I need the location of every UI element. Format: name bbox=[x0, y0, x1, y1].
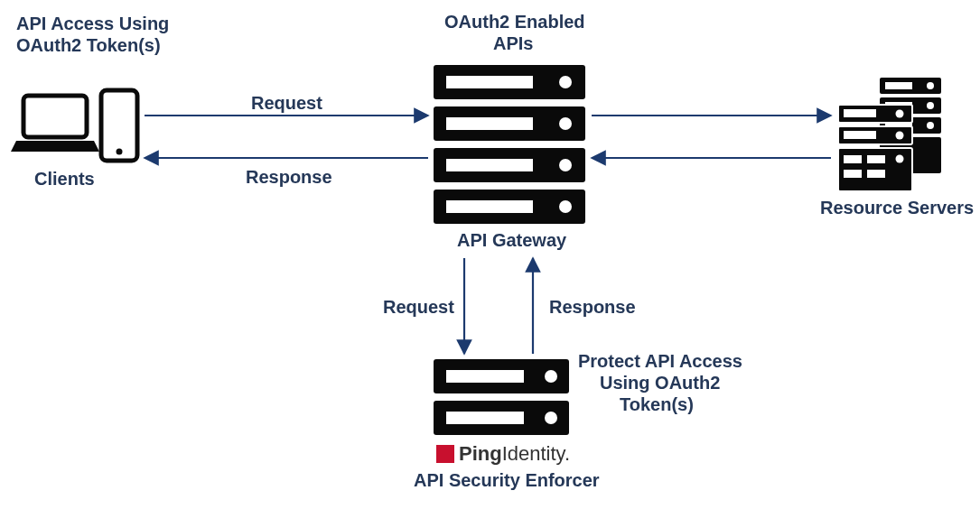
brand-ping: Ping bbox=[459, 442, 502, 465]
svg-point-5 bbox=[559, 76, 572, 88]
laptop-icon bbox=[11, 96, 99, 152]
enforcer-caption: API Security Enforcer bbox=[414, 469, 600, 491]
svg-rect-4 bbox=[446, 76, 533, 88]
svg-rect-30 bbox=[844, 131, 876, 139]
svg-point-20 bbox=[927, 82, 934, 89]
gateway-caption: API Gateway bbox=[457, 229, 566, 251]
svg-point-8 bbox=[559, 117, 572, 130]
svg-rect-7 bbox=[446, 117, 533, 130]
edge-label-request-top: Request bbox=[251, 92, 322, 114]
clients-caption: Clients bbox=[34, 168, 95, 190]
svg-rect-32 bbox=[844, 155, 862, 163]
edge-label-response-top: Response bbox=[246, 166, 332, 188]
svg-rect-34 bbox=[844, 170, 862, 178]
pingidentity-logo-icon bbox=[436, 445, 454, 463]
svg-rect-13 bbox=[446, 200, 533, 213]
svg-rect-35 bbox=[867, 170, 885, 178]
svg-point-22 bbox=[927, 102, 934, 109]
resource-caption: Resource Servers bbox=[820, 197, 974, 218]
svg-rect-10 bbox=[446, 159, 533, 171]
svg-rect-0 bbox=[23, 96, 87, 137]
svg-rect-33 bbox=[867, 155, 885, 163]
protect-line1: Protect API Access bbox=[578, 350, 742, 372]
svg-point-2 bbox=[117, 149, 123, 155]
phone-icon bbox=[101, 90, 137, 161]
svg-point-24 bbox=[927, 122, 934, 129]
svg-point-42 bbox=[545, 412, 557, 424]
brand-label: PingIdentity. bbox=[459, 442, 570, 466]
clients-title-line2: OAuth2 Token(s) bbox=[16, 34, 161, 56]
protect-line3: Token(s) bbox=[620, 393, 694, 415]
edge-label-response-vert: Response bbox=[549, 296, 636, 318]
svg-rect-28 bbox=[844, 109, 876, 117]
server-stack-gateway-icon bbox=[434, 65, 585, 224]
brand-identity: Identity. bbox=[502, 442, 570, 465]
gateway-title-line2: APIs bbox=[493, 32, 533, 54]
server-stack-enforcer-icon bbox=[434, 359, 569, 435]
svg-point-11 bbox=[559, 159, 572, 171]
svg-point-39 bbox=[545, 370, 557, 383]
svg-layer bbox=[0, 0, 980, 509]
svg-rect-41 bbox=[446, 412, 524, 424]
protect-line2: Using OAuth2 bbox=[600, 372, 720, 393]
rack-icon bbox=[838, 78, 941, 191]
svg-point-29 bbox=[896, 110, 904, 118]
svg-point-14 bbox=[559, 200, 572, 213]
svg-point-31 bbox=[896, 132, 904, 140]
diagram-canvas: API Access Using OAuth2 Token(s) Clients… bbox=[0, 0, 980, 509]
svg-rect-38 bbox=[446, 370, 524, 383]
edge-label-request-vert: Request bbox=[383, 296, 454, 318]
svg-point-36 bbox=[896, 155, 904, 163]
svg-rect-19 bbox=[885, 82, 912, 89]
gateway-title-line1: OAuth2 Enabled bbox=[444, 11, 585, 32]
clients-title-line1: API Access Using bbox=[16, 13, 169, 34]
